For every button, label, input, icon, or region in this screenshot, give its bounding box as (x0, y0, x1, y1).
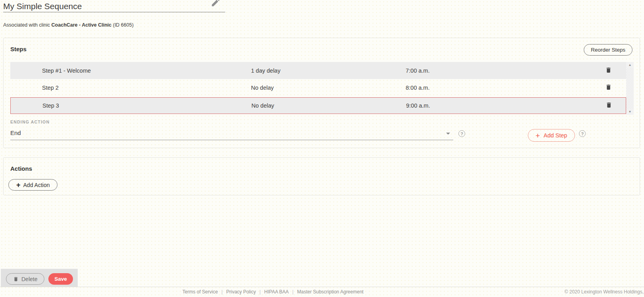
step-list-scrollbar[interactable]: ▲ ▼ (626, 62, 634, 115)
sequence-editor-page: Associated with clinic CoachCare - Activ… (0, 0, 644, 297)
add-step-help-icon[interactable]: ? (579, 130, 586, 137)
footer-separator: | (221, 289, 222, 295)
ending-action-select[interactable]: End (10, 127, 453, 140)
step-time: 9:00 a.m. (406, 102, 591, 109)
step-time: 7:00 a.m. (406, 68, 590, 74)
plus-icon: + (16, 181, 21, 189)
master-subscription-agreement-link[interactable]: Master Subscription Agreement (297, 289, 363, 295)
delete-label: Delete (21, 276, 37, 282)
step-name: Step 3 (42, 102, 251, 109)
hipaa-baa-link[interactable]: HIPAA BAA (264, 289, 289, 295)
associated-clinic-line: Associated with clinic CoachCare - Activ… (3, 22, 134, 28)
step-delay: No delay (251, 102, 406, 109)
actions-card-title: Actions (10, 165, 32, 172)
scroll-down-icon[interactable]: ▼ (626, 109, 634, 115)
step-delay: No delay (251, 85, 406, 91)
sequence-name-input[interactable] (3, 0, 225, 12)
footer-separator: | (259, 289, 261, 295)
delete-step-icon[interactable] (604, 83, 613, 92)
step-name: Step #1 - Welcome (42, 68, 251, 74)
copyright-text: © 2020 Lexington Wellness Holdings, (565, 289, 644, 295)
step-time: 8:00 a.m. (406, 85, 590, 91)
scroll-up-icon[interactable]: ▲ (626, 62, 634, 68)
associated-prefix: Associated with clinic (3, 22, 52, 28)
step-row[interactable]: Step #1 - Welcome 1 day delay 7:00 a.m. (10, 62, 626, 79)
clinic-name: CoachCare - Active Clinic (52, 22, 112, 28)
delete-sequence-button[interactable]: Delete (6, 273, 44, 285)
reorder-steps-button[interactable]: Reorder Steps (584, 44, 632, 56)
add-action-label: Add Action (23, 182, 50, 188)
edit-pencil-icon[interactable] (211, 0, 221, 8)
privacy-policy-link[interactable]: Privacy Policy (226, 289, 256, 295)
step-row[interactable]: Step 2 No delay 8:00 a.m. (10, 79, 626, 96)
step-list: Step #1 - Welcome 1 day delay 7:00 a.m. … (10, 62, 634, 115)
ending-action-help-icon[interactable]: ? (458, 130, 465, 137)
add-step-label: Add Step (544, 132, 567, 139)
actions-card: Actions + Add Action (3, 157, 640, 195)
associated-suffix: (ID 6605) (111, 22, 134, 28)
footer-separator: | (292, 289, 293, 295)
add-step-button[interactable]: + Add Step (528, 129, 575, 142)
ending-action-label: ENDING ACTION (10, 120, 50, 124)
step-name: Step 2 (42, 85, 251, 91)
chevron-down-icon (446, 133, 450, 135)
ending-action-value: End (10, 129, 21, 136)
delete-step-icon[interactable] (604, 66, 613, 75)
add-action-button[interactable]: + Add Action (8, 179, 58, 191)
trash-icon (13, 276, 19, 282)
plus-icon: + (536, 132, 540, 139)
footer: Terms of Service | Privacy Policy | HIPA… (0, 287, 644, 297)
save-button[interactable]: Save (48, 273, 73, 285)
bottom-action-bar: Delete Save (1, 269, 78, 287)
terms-of-service-link[interactable]: Terms of Service (182, 289, 218, 295)
steps-card-title: Steps (10, 46, 27, 52)
step-delay: 1 day delay (251, 68, 406, 74)
steps-card: Steps Reorder Steps Step #1 - Welcome 1 … (3, 38, 640, 148)
delete-step-icon[interactable] (604, 101, 613, 110)
step-row-selected[interactable]: Step 3 No delay 9:00 a.m. (10, 97, 626, 114)
footer-links: Terms of Service | Privacy Policy | HIPA… (182, 289, 364, 295)
